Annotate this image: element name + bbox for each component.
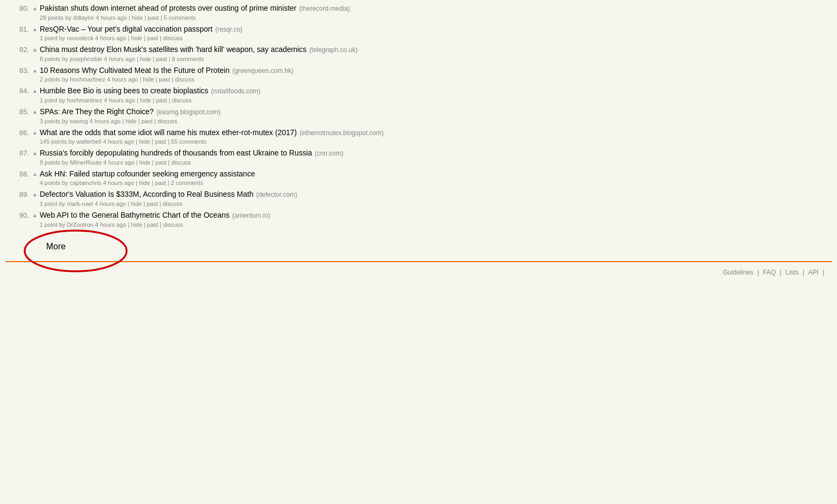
story-item: 82. ▲ China must destroy Elon Musk's sat… xyxy=(5,43,832,63)
upvote-arrow[interactable]: ▲ xyxy=(32,3,38,11)
story-link[interactable]: Web API to the General Bathymetric Chart… xyxy=(40,211,230,219)
story-past[interactable]: past xyxy=(155,159,166,166)
story-user[interactable]: hochmartinez xyxy=(70,76,105,83)
story-hide[interactable]: hide xyxy=(131,221,142,228)
story-title: What are the odds that some idiot will n… xyxy=(40,128,832,138)
upvote-arrow[interactable]: ▲ xyxy=(32,24,38,32)
story-link[interactable]: Russia's forcibly depopulating hundreds … xyxy=(40,149,312,157)
story-number: 82. xyxy=(5,45,32,54)
story-meta: 8 points by josephcsible 4 hours ago | h… xyxy=(40,56,832,62)
upvote-arrow[interactable]: ▲ xyxy=(32,169,38,177)
story-link[interactable]: Humble Bee Bio is using bees to create b… xyxy=(40,86,208,95)
story-link[interactable]: What are the odds that some idiot will n… xyxy=(40,128,297,137)
story-content: Pakistan shuts down internet ahead of pr… xyxy=(40,3,832,21)
story-item: 90. ▲ Web API to the General Bathymetric… xyxy=(5,209,832,229)
story-past[interactable]: past xyxy=(147,35,158,41)
story-user[interactable]: walterbell xyxy=(76,138,101,145)
story-title: China must destroy Elon Musk's satellite… xyxy=(40,45,832,55)
story-past[interactable]: past xyxy=(148,14,159,21)
story-user[interactable]: mark-ruwt xyxy=(67,201,93,207)
story-meta: 145 points by walterbell 4 hours ago | h… xyxy=(40,138,832,145)
upvote-arrow[interactable]: ▲ xyxy=(32,210,38,218)
story-past[interactable]: past xyxy=(146,201,158,207)
story-hide[interactable]: hide xyxy=(139,180,150,186)
story-comments[interactable]: 2 comments xyxy=(171,180,203,186)
story-link[interactable]: 10 Reasons Why Cultivated Meat Is the Fu… xyxy=(40,66,230,75)
story-comments[interactable]: discuss xyxy=(163,221,183,228)
story-domain: (etherrotmutex.blogspot.com) xyxy=(299,129,384,137)
story-link[interactable]: Ask HN: Failed startup cofounder seeking… xyxy=(40,169,255,178)
story-comments[interactable]: discuss xyxy=(163,35,183,41)
story-comments[interactable]: discuss xyxy=(172,97,192,103)
story-past[interactable]: past xyxy=(155,180,166,186)
story-link[interactable]: China must destroy Elon Musk's satellite… xyxy=(40,45,306,54)
story-link[interactable]: Defector's Valuation Is $333M, According… xyxy=(40,190,254,198)
story-meta: 9 points by MilnerRoute 4 hours ago | hi… xyxy=(40,159,832,166)
story-content: 10 Reasons Why Cultivated Meat Is the Fu… xyxy=(40,65,832,83)
story-meta: 2 points by hochmartinez 4 hours ago | h… xyxy=(40,76,832,83)
upvote-arrow[interactable]: ▲ xyxy=(32,148,38,156)
story-item: 85. ▲ SPAs: Are They the Right Choice?(e… xyxy=(5,106,832,125)
story-comments[interactable]: discuss xyxy=(158,118,178,124)
story-user[interactable]: josephcsible xyxy=(70,56,102,62)
story-hide[interactable]: hide xyxy=(131,201,142,207)
story-meta: 1 point by DrZootron 4 hours ago | hide … xyxy=(40,221,832,228)
story-link[interactable]: ResQR-Vac – Your pet's digital vaccinati… xyxy=(40,25,212,33)
story-meta: 1 point by hochmartinez 4 hours ago | hi… xyxy=(40,97,832,103)
story-hide[interactable]: hide xyxy=(140,56,151,62)
story-hide[interactable]: hide xyxy=(139,138,150,145)
story-comments[interactable]: discuss xyxy=(171,159,191,166)
story-content: Humble Bee Bio is using bees to create b… xyxy=(40,86,832,103)
story-past[interactable]: past xyxy=(155,138,166,145)
story-user[interactable]: MilnerRoute xyxy=(70,159,101,166)
story-hide[interactable]: hide xyxy=(126,118,137,124)
story-past[interactable]: past xyxy=(156,56,167,62)
story-hide[interactable]: hide xyxy=(132,14,143,21)
story-number: 87. xyxy=(5,148,32,157)
story-item: 83. ▲ 10 Reasons Why Cultivated Meat Is … xyxy=(5,64,832,84)
story-domain: (resqr.co) xyxy=(215,26,243,33)
story-comments[interactable]: discuss xyxy=(175,76,195,83)
story-user[interactable]: novusteck xyxy=(67,35,94,41)
story-hide[interactable]: hide xyxy=(143,76,154,83)
story-comments[interactable]: discuss xyxy=(163,201,182,207)
footer-guidelines[interactable]: Guidelines xyxy=(723,269,753,276)
story-user[interactable]: DrZootron xyxy=(67,221,94,228)
upvote-arrow[interactable]: ▲ xyxy=(32,45,38,53)
more-link[interactable]: More xyxy=(35,236,76,257)
story-past[interactable]: past xyxy=(142,118,153,124)
footer-faq[interactable]: FAQ xyxy=(763,269,776,276)
story-comments[interactable]: 5 comments xyxy=(164,14,196,21)
story-past[interactable]: past xyxy=(156,97,167,103)
story-user[interactable]: hochmartinez xyxy=(67,97,102,103)
story-number: 83. xyxy=(5,65,32,75)
story-number: 81. xyxy=(5,24,32,33)
story-hide[interactable]: hide xyxy=(140,97,151,103)
upvote-arrow[interactable]: ▲ xyxy=(32,189,38,197)
upvote-arrow[interactable]: ▲ xyxy=(32,86,38,94)
upvote-arrow[interactable]: ▲ xyxy=(32,107,38,115)
story-hide[interactable]: hide xyxy=(131,35,142,41)
story-comments[interactable]: 55 comments xyxy=(171,138,207,145)
story-meta: 3 points by easrng 4 hours ago | hide | … xyxy=(40,118,832,124)
story-title: Ask HN: Failed startup cofounder seeking… xyxy=(40,169,832,180)
upvote-arrow[interactable]: ▲ xyxy=(32,128,38,136)
story-user[interactable]: ddtaylor xyxy=(73,14,94,21)
story-title: Russia's forcibly depopulating hundreds … xyxy=(40,148,832,159)
story-link[interactable]: Pakistan shuts down internet ahead of pr… xyxy=(40,4,297,12)
story-content: ResQR-Vac – Your pet's digital vaccinati… xyxy=(40,24,832,42)
story-item: 88. ▲ Ask HN: Failed startup cofounder s… xyxy=(5,168,832,188)
story-comments[interactable]: 8 comments xyxy=(172,56,204,62)
upvote-arrow[interactable]: ▲ xyxy=(32,65,38,73)
story-domain: (defector.com) xyxy=(256,191,297,198)
story-content: China must destroy Elon Musk's satellite… xyxy=(40,45,832,62)
story-hide[interactable]: hide xyxy=(140,159,151,166)
story-link[interactable]: SPAs: Are They the Right Choice? xyxy=(40,107,154,116)
story-past[interactable]: past xyxy=(159,76,170,83)
story-user[interactable]: captainchris xyxy=(70,180,101,186)
story-user[interactable]: easrng xyxy=(70,118,88,124)
story-past[interactable]: past xyxy=(147,221,158,228)
footer-lists[interactable]: Lists xyxy=(785,269,799,276)
story-number: 85. xyxy=(5,107,32,116)
footer-api[interactable]: API xyxy=(808,269,818,276)
